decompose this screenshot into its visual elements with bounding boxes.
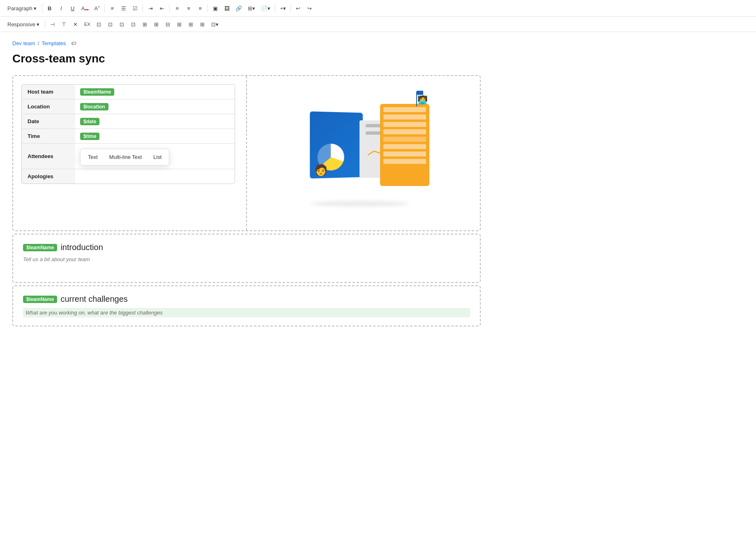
info-table: Host team $teamName Location $location D… <box>21 84 235 184</box>
align-col-center-button[interactable]: ⊤ <box>59 18 69 30</box>
yellow-panel: 🧑‍💻 <box>380 104 429 186</box>
section-heading: $teamName current challenges <box>23 294 470 304</box>
field-type-list-button[interactable]: List <box>148 152 167 163</box>
cell-options-button[interactable]: ⊡▾ <box>209 18 221 30</box>
apologies-label: Apologies <box>22 169 75 184</box>
host-team-value[interactable]: $teamName <box>75 85 235 99</box>
responsive-label: Responsive <box>7 21 35 28</box>
location-label: Location <box>22 99 75 114</box>
row-lines-icon: ⊞ <box>143 21 147 28</box>
field-type-text-button[interactable]: Text <box>82 152 104 163</box>
location-value[interactable]: $location <box>75 99 235 114</box>
col-option1-button[interactable]: ⊡ <box>94 18 104 30</box>
bullet-list-button[interactable]: ≡ <box>107 2 118 14</box>
yellow-row <box>383 152 426 156</box>
bold-button[interactable]: B <box>44 2 55 14</box>
numbered-list-button[interactable]: ☰ <box>118 2 129 14</box>
remove-col-button[interactable]: ✕ <box>70 18 81 30</box>
paragraph-dropdown[interactable]: Paragraph ▾ <box>4 2 40 14</box>
yellow-row <box>383 115 426 119</box>
indent-button[interactable]: ⇥ <box>145 2 156 14</box>
breadcrumb-separator: / <box>38 40 39 46</box>
separator <box>45 20 45 28</box>
cell-options-icon: ⊡ <box>211 21 216 28</box>
separator <box>169 4 170 12</box>
insert-button[interactable]: +▾ <box>277 2 288 14</box>
toolbar-bottom: Responsive ▾ ⊣ ⊤ ✕ EX ⊡ ⊡ ⊡ ⊡ ⊞ ⊞ ⊟ ⊞ ⊞ … <box>0 17 756 32</box>
undo-button[interactable]: ↩ <box>293 2 304 14</box>
chevron-down-icon: ▾ <box>37 21 39 28</box>
col-ex-icon: EX <box>84 22 90 27</box>
merge-cells-button[interactable]: ⊞ <box>197 18 208 30</box>
section-subtitle-2: What are you working on, what are the bi… <box>23 308 470 317</box>
date-label: Date <box>22 114 75 129</box>
breadcrumb: Dev team / Templates 🏷 <box>12 40 481 46</box>
chevron-down-icon: ▾ <box>34 5 37 11</box>
field-type-multiline-button[interactable]: Multi-line Text <box>104 152 148 163</box>
time-badge[interactable]: $time <box>80 133 99 140</box>
responsive-dropdown[interactable]: Responsive ▾ <box>4 18 43 30</box>
content-area: Dev team / Templates 🏷 Cross-team sync H… <box>0 32 493 335</box>
section-team-badge[interactable]: $teamName <box>23 244 57 251</box>
table-footer-icon: ⊞ <box>189 21 193 28</box>
table-row-button[interactable]: ⊟ <box>163 18 173 30</box>
text-size-button[interactable]: A+ <box>92 2 102 14</box>
align-right-button[interactable]: ≡ <box>195 2 205 14</box>
section-heading-suffix-2: current challenges <box>60 294 127 304</box>
table-header-button[interactable]: ⊞ <box>174 18 185 30</box>
italic-button[interactable]: I <box>56 2 67 14</box>
location-badge[interactable]: $location <box>80 103 108 110</box>
table-header-icon: ⊞ <box>177 21 182 28</box>
text-color-button[interactable]: A▬ <box>79 2 91 14</box>
blue-panel: 🧑 <box>310 111 363 179</box>
align-center-button[interactable]: ≡ <box>183 2 194 14</box>
attendees-label: Attendees <box>22 144 75 169</box>
separator <box>290 4 291 12</box>
col-align-center-icon: ⊤ <box>62 21 66 28</box>
illustration-section: 🧑 🧍 <box>247 76 480 230</box>
underline-button[interactable]: U <box>67 2 78 14</box>
breadcrumb-parent-link[interactable]: Dev team <box>12 40 35 46</box>
toolbar-top: Paragraph ▾ B I U A▬ A+ ≡ ☰ ☑ ⇥ ⇤ ≡ ≡ ≡ … <box>0 0 756 17</box>
col-opt3-icon: ⊡ <box>120 21 124 28</box>
date-badge[interactable]: $date <box>80 118 99 125</box>
col-ex-button[interactable]: EX <box>82 18 93 30</box>
field-type-popup: Text Multi-line Text List <box>80 149 169 165</box>
apologies-value[interactable] <box>75 169 235 184</box>
align-col-left-button[interactable]: ⊣ <box>47 18 58 30</box>
yellow-row <box>383 122 426 127</box>
link-button[interactable]: 🔗 <box>233 2 244 14</box>
time-value[interactable]: $time <box>75 129 235 143</box>
table-footer-button[interactable]: ⊞ <box>186 18 196 30</box>
col-lines-button[interactable]: ⊞ <box>151 18 162 30</box>
document-icon: 📄 <box>261 5 267 11</box>
table-button[interactable]: ⊞▾ <box>245 2 258 14</box>
table-row-icon: ⊟ <box>166 21 170 28</box>
col-option3-button[interactable]: ⊡ <box>117 18 127 30</box>
attendees-value[interactable]: Text Multi-line Text List <box>75 144 235 169</box>
redo-button[interactable]: ↪ <box>304 2 315 14</box>
col-opt1-icon: ⊡ <box>97 21 101 28</box>
outdent-button[interactable]: ⇤ <box>157 2 167 14</box>
team-name-badge[interactable]: $teamName <box>80 88 114 96</box>
breadcrumb-current[interactable]: Templates <box>41 40 66 46</box>
checkbox-button[interactable]: ☑ <box>130 2 141 14</box>
image-button[interactable]: 🖼 <box>221 2 232 14</box>
col-option2-button[interactable]: ⊡ <box>105 18 116 30</box>
col-opt2-icon: ⊡ <box>108 21 113 28</box>
row-lines-button[interactable]: ⊞ <box>140 18 150 30</box>
yellow-row <box>383 137 426 142</box>
code-block-button[interactable]: ▣ <box>210 2 221 14</box>
introduction-section: $teamName introduction Tell us a bit abo… <box>12 234 481 283</box>
align-left-button[interactable]: ≡ <box>172 2 182 14</box>
separator <box>207 4 208 12</box>
align-right-icon: ≡ <box>199 5 202 11</box>
document-button[interactable]: 📄▾ <box>258 2 273 14</box>
section-team-badge-2[interactable]: $teamName <box>23 296 57 303</box>
table-row: Date $date <box>22 114 235 129</box>
page-title: Cross-team sync <box>12 52 481 65</box>
yellow-row <box>383 159 426 164</box>
date-value[interactable]: $date <box>75 114 235 129</box>
merge-cells-icon: ⊞ <box>200 21 205 28</box>
col-option4-button[interactable]: ⊡ <box>128 18 139 30</box>
